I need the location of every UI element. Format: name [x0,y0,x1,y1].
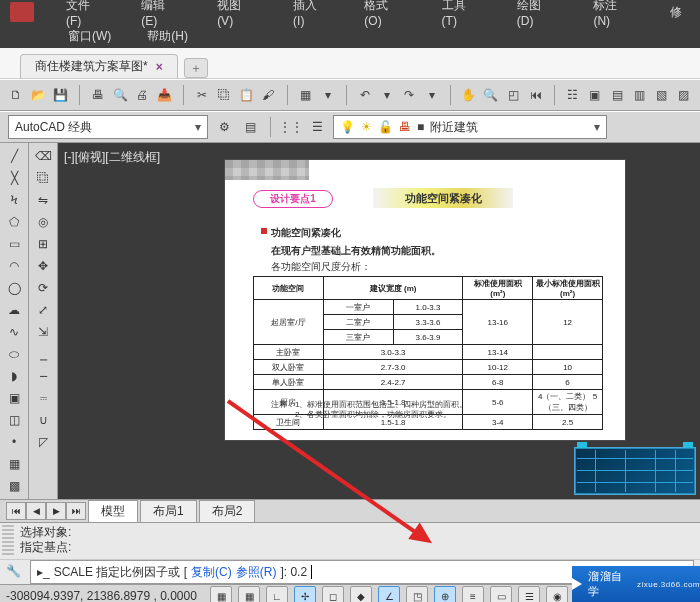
zoom-previous-icon[interactable]: ⏮ [527,85,543,105]
document-tab-active[interactable]: 商住楼建筑方案草图* × [20,54,178,78]
new-tab-button[interactable]: ＋ [184,58,208,78]
scale-icon[interactable]: ⤢ [34,301,52,319]
app-logo[interactable] [10,2,34,22]
tab-layout2[interactable]: 布局2 [199,500,256,522]
menu-file[interactable]: 文件(F) [48,0,123,28]
chamfer-icon[interactable]: ◸ [34,433,52,451]
canvas[interactable]: [-][俯视][二维线框] 设计要点1 功能空间紧凑化 功能空间紧凑化 在现有户… [58,143,700,499]
layer-combo[interactable]: 💡 ☀ 🔓 🖶 ■ 附近建筑 ▾ [333,115,607,139]
pan-icon[interactable]: ✋ [461,85,477,105]
sheet-set-icon[interactable]: ▥ [631,85,647,105]
mirror-icon[interactable]: ⇋ [34,191,52,209]
tab-layout1[interactable]: 布局1 [140,500,197,522]
point-icon[interactable]: • [5,433,23,451]
snap-toggle[interactable]: ▦ [210,586,232,602]
menu-edit[interactable]: 编辑(E) [123,0,199,28]
lwt-toggle[interactable]: ≡ [462,586,484,602]
trim-icon[interactable]: ⎯ [34,345,52,363]
tool-palette-icon[interactable]: ▤ [609,85,625,105]
cmd-option-copy[interactable]: 复制(C) [191,564,232,581]
open-icon[interactable]: 📂 [30,85,46,105]
ducs-toggle[interactable]: ◳ [406,586,428,602]
viewport-label[interactable]: [-][俯视][二维线框] [64,149,160,166]
tab-first-icon[interactable]: ⏮ [6,502,26,520]
ortho-toggle[interactable]: ∟ [266,586,288,602]
tab-next-icon[interactable]: ▶ [46,502,66,520]
array-icon[interactable]: ⊞ [34,235,52,253]
workspace-save-icon[interactable]: ▤ [240,117,260,137]
cmd-option-ref[interactable]: 参照(R) [236,564,277,581]
copy-icon[interactable]: ⿻ [216,85,232,105]
polar-toggle[interactable]: ✢ [294,586,316,602]
line-icon[interactable]: ╱ [5,147,23,165]
gradient-icon[interactable]: ▩ [5,477,23,495]
zoom-window-icon[interactable]: ◰ [505,85,521,105]
tpy-toggle[interactable]: ▭ [490,586,512,602]
menu-dim[interactable]: 标注(N) [575,0,652,28]
osnap-toggle[interactable]: ◻ [322,586,344,602]
publish-icon[interactable]: 🖨 [134,85,150,105]
workspace-settings-icon[interactable]: ⚙ [214,117,234,137]
console-grip[interactable] [2,525,14,557]
spline-icon[interactable]: ∿ [5,323,23,341]
grid-toggle[interactable]: ▦ [238,586,260,602]
stretch-icon[interactable]: ⇲ [34,323,52,341]
undo-dropdown-icon[interactable]: ▾ [379,85,395,105]
extend-icon[interactable]: ⎼ [34,367,52,385]
tab-model[interactable]: 模型 [88,500,138,522]
menu-draw[interactable]: 绘图(D) [499,0,576,28]
arc-icon[interactable]: ◠ [5,257,23,275]
print-preview-icon[interactable]: 🔍 [112,85,128,105]
qp-toggle[interactable]: ☰ [518,586,540,602]
ellipse-icon[interactable]: ⬭ [5,345,23,363]
print-icon[interactable]: 🖶 [90,85,106,105]
construction-line-icon[interactable]: ╳ [5,169,23,187]
polygon-icon[interactable]: ⬠ [5,213,23,231]
break-icon[interactable]: ⎓ [34,389,52,407]
properties-icon[interactable]: ☷ [564,85,580,105]
calc-icon[interactable]: ▨ [676,85,692,105]
polyline-icon[interactable]: Ϟ [5,191,23,209]
cut-icon[interactable]: ✂ [193,85,209,105]
inserted-image[interactable]: 设计要点1 功能空间紧凑化 功能空间紧凑化 在现有户型基础上有效精简功能面积。 … [224,159,626,441]
drawing-area[interactable]: ╱ ╳ Ϟ ⬠ ▭ ◠ ◯ ☁ ∿ ⬭ ◗ ▣ ◫ • ▦ ▩ ⌫ ⿻ ⇋ ◎ … [0,143,700,499]
copy2-icon[interactable]: ⿻ [34,169,52,187]
ellipse-arc-icon[interactable]: ◗ [5,367,23,385]
menu-view[interactable]: 视图(V) [199,0,275,28]
block-icon[interactable]: ▦ [297,85,313,105]
menu-format[interactable]: 格式(O) [346,0,423,28]
offset-icon[interactable]: ◎ [34,213,52,231]
new-icon[interactable]: 🗋 [8,85,24,105]
save-icon[interactable]: 💾 [53,85,69,105]
rotate-icon[interactable]: ⟳ [34,279,52,297]
menu-modify[interactable]: 修 [652,4,700,21]
match-props-icon[interactable]: 🖌 [260,85,276,105]
layer-properties-icon[interactable]: ☰ [307,117,327,137]
design-center-icon[interactable]: ▣ [587,85,603,105]
circle-icon[interactable]: ◯ [5,279,23,297]
move-icon[interactable]: ✥ [34,257,52,275]
selected-drawing[interactable] [574,447,696,495]
make-block-icon[interactable]: ◫ [5,411,23,429]
insert-block-icon[interactable]: ▣ [5,389,23,407]
rectangle-icon[interactable]: ▭ [5,235,23,253]
otrack-toggle[interactable]: ∠ [378,586,400,602]
erase-icon[interactable]: ⌫ [34,147,52,165]
menu-help[interactable]: 帮助(H) [129,28,206,45]
hatch-icon[interactable]: ▦ [5,455,23,473]
tab-prev-icon[interactable]: ◀ [26,502,46,520]
menu-tools[interactable]: 工具(T) [424,0,499,28]
redo-icon[interactable]: ↷ [401,85,417,105]
sc-toggle[interactable]: ◉ [546,586,568,602]
redo-dropdown-icon[interactable]: ▾ [424,85,440,105]
dyn-toggle[interactable]: ⊕ [434,586,456,602]
workspace-combo[interactable]: AutoCAD 经典 ▾ [8,115,208,139]
paste-icon[interactable]: 📋 [238,85,254,105]
zoom-realtime-icon[interactable]: 🔍 [483,85,499,105]
tab-last-icon[interactable]: ⏭ [66,502,86,520]
menu-window[interactable]: 窗口(W) [50,28,129,45]
join-icon[interactable]: ∪ [34,411,52,429]
wrench-icon[interactable]: 🔧 [6,564,22,580]
plot-icon[interactable]: 📥 [156,85,172,105]
markup-icon[interactable]: ▧ [654,85,670,105]
